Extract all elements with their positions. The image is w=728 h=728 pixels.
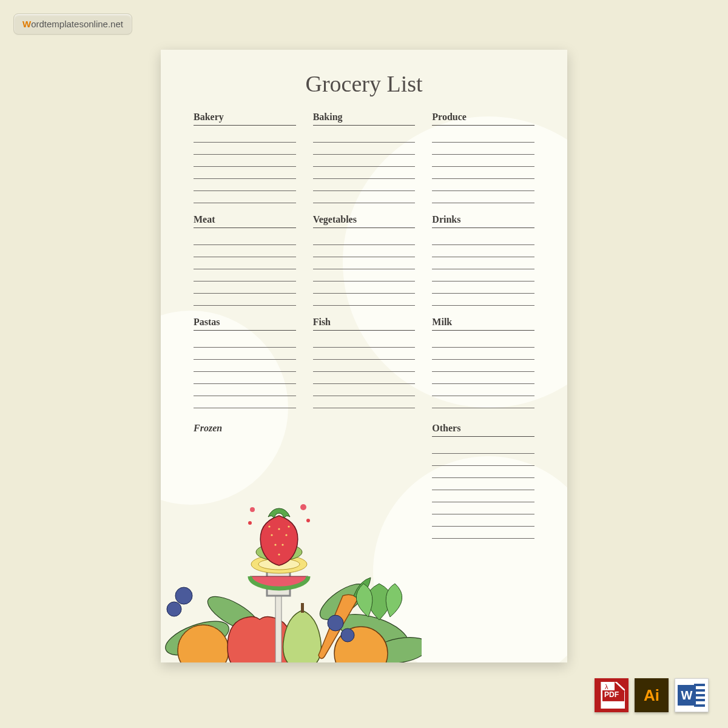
svg-point-23 xyxy=(286,554,288,556)
section-heading: Baking xyxy=(313,112,416,126)
watermark-badge: Wordtemplatesonline.net xyxy=(13,13,132,35)
svg-point-5 xyxy=(178,625,229,662)
svg-point-7 xyxy=(334,627,388,662)
section-bakery: Bakery xyxy=(194,112,296,203)
section-heading: Drinks xyxy=(432,214,534,228)
section-heading: Milk xyxy=(432,317,534,331)
section-heading: Vegetables xyxy=(313,214,416,228)
section-lines xyxy=(432,442,534,539)
template-page: Grocery List Bakery Baking Produce Meat … xyxy=(161,50,567,662)
section-frozen: Frozen xyxy=(194,423,296,539)
svg-point-16 xyxy=(256,544,302,561)
sections-grid: Bakery Baking Produce Meat Vegetables Dr… xyxy=(194,112,534,539)
section-heading: Fish xyxy=(313,317,416,331)
svg-point-2 xyxy=(315,578,371,626)
section-meat: Meat xyxy=(194,214,296,306)
section-heading: Pastas xyxy=(194,317,296,331)
svg-point-6 xyxy=(178,625,229,662)
watermark-text: ordtemplatesonline.net xyxy=(31,19,123,29)
section-lines xyxy=(194,233,296,306)
section-heading: Meat xyxy=(194,214,296,228)
svg-point-18 xyxy=(268,551,269,553)
svg-point-11 xyxy=(328,615,343,631)
section-lines xyxy=(432,335,534,408)
section-lines xyxy=(194,130,296,203)
word-icon: W xyxy=(675,678,709,712)
svg-point-9 xyxy=(175,587,192,604)
svg-point-14 xyxy=(251,555,307,573)
format-badges: λ PDF Ai W xyxy=(595,678,709,712)
svg-point-17 xyxy=(271,549,288,555)
svg-point-20 xyxy=(271,554,273,556)
section-lines xyxy=(432,233,534,306)
section-baking: Baking xyxy=(313,112,416,203)
svg-point-19 xyxy=(271,549,273,551)
svg-point-28 xyxy=(281,544,283,545)
svg-point-27 xyxy=(274,544,276,545)
svg-point-10 xyxy=(167,602,181,616)
section-milk: Milk xyxy=(432,317,534,408)
section-drinks: Drinks xyxy=(432,214,534,306)
section-produce: Produce xyxy=(432,112,534,203)
svg-rect-13 xyxy=(275,590,281,662)
section-heading: Bakery xyxy=(194,112,296,126)
section-lines xyxy=(432,130,534,203)
section-lines xyxy=(194,335,296,408)
svg-point-3 xyxy=(203,590,264,638)
svg-point-22 xyxy=(289,551,291,553)
section-heading: Produce xyxy=(432,112,534,126)
svg-point-21 xyxy=(286,549,288,551)
section-others: Others xyxy=(432,423,534,539)
section-vegetables: Vegetables xyxy=(313,214,416,306)
section-heading: Frozen xyxy=(194,423,296,436)
svg-point-15 xyxy=(258,559,300,570)
svg-point-29 xyxy=(278,553,280,555)
section-lines xyxy=(313,335,416,408)
pdf-icon: λ PDF xyxy=(595,678,629,712)
section-fish: Fish xyxy=(313,317,416,408)
watermark-letter: W xyxy=(22,19,31,29)
section-pastas: Pastas xyxy=(194,317,296,408)
section-heading: Others xyxy=(432,423,534,437)
section-lines xyxy=(313,130,416,203)
section-empty xyxy=(313,423,416,539)
svg-rect-8 xyxy=(301,603,304,613)
svg-point-0 xyxy=(161,615,233,662)
page-title: Grocery List xyxy=(194,70,534,97)
section-lines xyxy=(313,233,416,306)
svg-point-12 xyxy=(341,629,354,642)
illustrator-icon: Ai xyxy=(635,678,669,712)
